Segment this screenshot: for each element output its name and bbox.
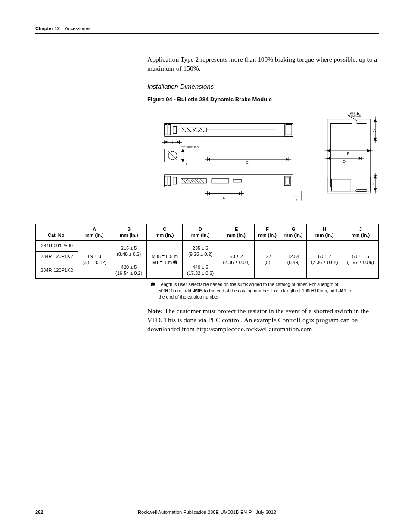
cell-B2: 420 ± 5 (16.54 ± 0.2) <box>111 262 146 279</box>
chapter-label: Chapter 12 <box>35 26 60 31</box>
paragraph-app-type-2: Application Type 2 represents more than … <box>147 55 379 73</box>
svg-line-36 <box>192 179 196 183</box>
cell-J: 50 ± 1.5 (1.97 ± 0.06) <box>342 241 379 279</box>
svg-line-5 <box>182 128 186 132</box>
dim-label-D: D <box>342 159 346 164</box>
th-C: Cmm (in.) <box>147 224 182 241</box>
svg-line-12 <box>199 128 204 132</box>
cell-H: 60 ± 2 (2.36 ± 0.08) <box>307 241 342 279</box>
page-footer: 262 Rockwell Automation Publication 280E… <box>35 510 379 515</box>
svg-line-6 <box>184 128 189 132</box>
svg-rect-3 <box>173 126 177 133</box>
footnote-text: Length is user-selectable based on the s… <box>159 282 351 299</box>
table-footnote: ➊ Length is user-selectable based on the… <box>151 281 357 300</box>
chapter-title: Accessories <box>65 26 90 31</box>
th-E: Emm (in.) <box>218 224 254 241</box>
page-number: 262 <box>35 510 43 515</box>
footnote-mark-icon: ➊ <box>151 281 155 288</box>
cell-A: 89 ± 3 (3.5 ± 0.12) <box>78 241 111 279</box>
dimension-diagram: H GROUND J <box>147 110 379 214</box>
svg-rect-41 <box>233 180 242 182</box>
svg-rect-15 <box>286 124 292 135</box>
dim-label-J: J <box>185 162 187 166</box>
th-cat: Cat. No. <box>36 224 78 241</box>
svg-line-37 <box>194 179 199 183</box>
figure-caption: Figure 94 - Bulletin 284 Dynamic Brake M… <box>147 96 379 103</box>
dim-label-C: C <box>246 160 249 165</box>
dim-label-H: H <box>171 140 173 145</box>
cell-E: 60 ± 2 (2.36 ± 0.08) <box>218 241 254 279</box>
svg-rect-28 <box>165 176 167 186</box>
dimensions-table: Cat. No. Amm (in.) Bmm (in.) Cmm (in.) D… <box>35 224 379 279</box>
svg-line-32 <box>182 179 186 183</box>
svg-line-35 <box>189 179 193 183</box>
svg-line-7 <box>187 128 191 132</box>
cell-F: 127 (5) <box>254 241 280 279</box>
dim-label-B: B <box>347 152 349 156</box>
cell-cat1: 284R-091P500 <box>36 241 78 252</box>
svg-rect-29 <box>168 176 171 186</box>
svg-line-8 <box>189 128 193 132</box>
svg-rect-43 <box>286 177 289 184</box>
dim-label-F: F <box>223 196 225 200</box>
cell-G: 12.54 (0.49) <box>280 241 307 279</box>
svg-line-38 <box>197 179 201 183</box>
svg-line-39 <box>199 179 204 183</box>
cell-D2: 440 ± 5 (17.32 ± 0.2) <box>182 262 218 279</box>
svg-line-33 <box>184 179 189 183</box>
svg-rect-2 <box>168 124 171 135</box>
table-row: 284R-091P500 89 ± 3 (3.5 ± 0.12) 215 ± 5… <box>36 241 379 252</box>
cell-C: M05 = 0.5 m M1 = 1 m ➊ <box>147 241 182 279</box>
subheading-install-dims: Installation Dimensions <box>147 83 379 90</box>
th-J: Jmm (in.) <box>342 224 379 241</box>
th-A: Amm (in.) <box>78 224 111 241</box>
th-B: Bmm (in.) <box>111 224 146 241</box>
running-header: Chapter 12Accessories <box>35 26 379 34</box>
svg-line-10 <box>194 128 199 132</box>
ground-label: GROUND <box>187 146 199 149</box>
svg-rect-40 <box>212 179 229 183</box>
note-text: The customer must protect the resistor i… <box>147 307 369 333</box>
dim-label-E: E <box>373 182 376 186</box>
th-F: Fmm (in.) <box>254 224 280 241</box>
svg-text:4 PLACES: 4 PLACES <box>349 114 361 117</box>
cell-D1: 235 ± 5 (9.25 ± 0.2) <box>182 241 218 262</box>
svg-line-9 <box>192 128 196 132</box>
cell-B1: 215 ± 5 (8.46 ± 0.2) <box>111 241 146 262</box>
holes-callout: Ø5.8 <box>350 111 356 114</box>
dim-label-G: G <box>296 198 299 202</box>
th-G: Gmm (in.) <box>280 224 307 241</box>
dim-label-A: A <box>373 128 376 133</box>
note-lead: Note: <box>147 307 163 314</box>
svg-rect-1 <box>165 124 167 135</box>
svg-line-11 <box>197 128 201 132</box>
th-D: Dmm (in.) <box>182 224 218 241</box>
svg-line-34 <box>187 179 191 183</box>
note-paragraph: Note: The customer must protect the resi… <box>147 307 379 334</box>
publication-id: Rockwell Automation Publication 280E-UM0… <box>35 510 379 515</box>
svg-rect-30 <box>173 177 177 184</box>
cell-cat2: 284R-120P1K2 <box>36 252 78 262</box>
th-H: Hmm (in.) <box>307 224 342 241</box>
cell-cat3: 284R-120P1K2 <box>36 262 78 279</box>
